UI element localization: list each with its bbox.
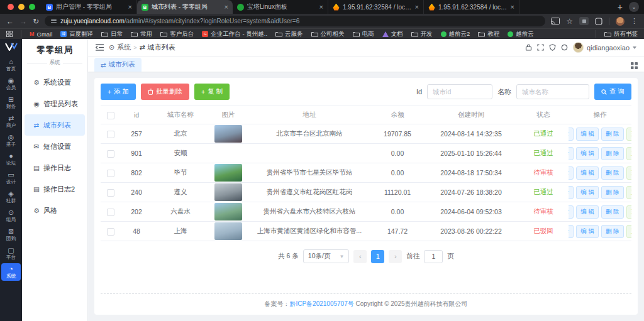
- edit-button[interactable]: 编 辑: [576, 166, 599, 180]
- rail-item-社群[interactable]: ◈社群: [1, 188, 21, 205]
- page-size-select[interactable]: 10条/页▼: [303, 249, 350, 263]
- chrome-menu-icon[interactable]: ⋮: [631, 17, 638, 25]
- tab-close-icon[interactable]: ×: [511, 3, 514, 11]
- delete-button[interactable]: 删 除: [601, 205, 624, 219]
- bookmark-item[interactable]: 译百度翻译: [60, 30, 93, 38]
- apps-grid-icon[interactable]: [6, 31, 13, 37]
- rail-item-会员[interactable]: ◉会员: [1, 75, 21, 92]
- login-button[interactable]: 登 录: [569, 147, 574, 160]
- copy-button[interactable]: +复 制: [194, 84, 230, 100]
- tab-search-icon[interactable]: ⌄: [629, 2, 639, 12]
- goto-page-input[interactable]: [424, 250, 443, 263]
- delete-button[interactable]: 删 除: [601, 186, 624, 199]
- tab-close-icon[interactable]: ×: [415, 3, 419, 11]
- row-checkbox[interactable]: [107, 131, 114, 138]
- row-checkbox[interactable]: [107, 228, 114, 236]
- recharge-button[interactable]: 充 值: [626, 225, 631, 238]
- browser-tab[interactable]: B城市列表 - 零零组局×: [137, 0, 233, 14]
- prev-page-button[interactable]: ‹: [353, 250, 367, 263]
- search-button[interactable]: 查 询: [594, 84, 631, 100]
- sidebar-item-管理员列表[interactable]: ◉管理员列表: [25, 93, 85, 114]
- shield-icon[interactable]: [549, 44, 556, 51]
- edit-button[interactable]: 编 辑: [576, 186, 599, 199]
- rail-item-财务[interactable]: ⊞财务: [1, 94, 21, 111]
- user-menu[interactable]: qidiangaoxiao: [573, 42, 636, 53]
- address-bar[interactable]: zuju.yueqiancloud.com/admin/#/systeam/ci…: [45, 16, 545, 26]
- login-button[interactable]: 登 录: [569, 225, 574, 238]
- rail-item-搭子[interactable]: ◎搭子: [1, 131, 21, 149]
- row-checkbox[interactable]: [107, 189, 114, 197]
- page-number-1[interactable]: 1: [371, 250, 384, 263]
- delete-button[interactable]: 删 除: [601, 128, 624, 141]
- delete-button[interactable]: 删 除: [601, 225, 624, 238]
- tab-city-list[interactable]: ⇄ 城市列表: [94, 58, 142, 72]
- browser-tab[interactable]: 宝塔Linux面板×: [233, 0, 328, 14]
- bookmark-item[interactable]: 日常: [101, 30, 123, 38]
- sidebar-item-操作日志2[interactable]: ▤操作日志2: [25, 178, 85, 200]
- login-button[interactable]: 登 录: [569, 166, 574, 180]
- bookmark-star-icon[interactable]: ☆: [566, 18, 573, 25]
- recharge-button[interactable]: 充 值: [626, 128, 631, 141]
- tab-close-icon[interactable]: ×: [225, 3, 228, 11]
- fullscreen-icon[interactable]: [537, 44, 544, 51]
- tab-close-icon[interactable]: ×: [128, 3, 132, 11]
- window-zoom-button[interactable]: [29, 4, 35, 10]
- icp-link[interactable]: 黔ICP备2021005707号: [289, 300, 353, 307]
- new-tab-button[interactable]: +: [611, 2, 629, 12]
- select-all-checkbox[interactable]: [107, 112, 114, 119]
- rail-item-系统[interactable]: ◔系统: [1, 263, 21, 281]
- sidebar-item-城市列表[interactable]: ⇄城市列表: [25, 114, 85, 136]
- login-button[interactable]: 登 录: [569, 186, 574, 199]
- rail-item-论坛[interactable]: ●论坛: [1, 150, 21, 168]
- delete-button[interactable]: 删 除: [601, 166, 624, 180]
- sidebar-item-短信设置[interactable]: ✉短信设置: [25, 136, 85, 157]
- next-page-button[interactable]: ›: [389, 250, 402, 263]
- bookmark-item[interactable]: 常用: [131, 30, 152, 38]
- rail-item-设计[interactable]: ▭设计: [1, 169, 21, 187]
- add-button[interactable]: +添 加: [101, 84, 136, 100]
- rail-item-商户[interactable]: ⇄商户: [1, 112, 21, 130]
- bookmark-item[interactable]: 云服务: [275, 30, 303, 38]
- login-button[interactable]: 登 录: [569, 128, 574, 141]
- forward-icon[interactable]: →: [19, 18, 27, 25]
- row-checkbox[interactable]: [107, 170, 114, 177]
- delete-button[interactable]: 删 除: [601, 147, 624, 160]
- browser-tab[interactable]: 1.95.91.62:32584 / localhost×: [328, 0, 424, 14]
- window-close-button[interactable]: [8, 4, 14, 10]
- browser-tab[interactable]: B用户管理 - 零零组局×: [42, 0, 137, 14]
- search-name-input[interactable]: [516, 84, 589, 99]
- app-logo[interactable]: [0, 43, 22, 51]
- lock-icon[interactable]: [525, 44, 532, 51]
- reload-icon[interactable]: ↻: [33, 18, 39, 25]
- sidebar-fold-icon[interactable]: [96, 44, 104, 51]
- tab-options-grid-icon[interactable]: [631, 62, 638, 69]
- search-id-input[interactable]: [427, 84, 492, 99]
- cast-icon[interactable]: [551, 18, 560, 24]
- bookmark-item[interactable]: 电商: [353, 30, 374, 38]
- row-checkbox[interactable]: [107, 209, 114, 216]
- tab-close-icon[interactable]: ×: [319, 3, 323, 11]
- bookmark-item[interactable]: 公司相关: [311, 30, 345, 38]
- edit-button[interactable]: 编 辑: [576, 147, 599, 160]
- rail-item-平台[interactable]: ▢平台: [1, 244, 21, 262]
- bookmark-item[interactable]: 开发: [411, 30, 433, 38]
- bookmark-item[interactable]: 客户后台: [160, 30, 194, 38]
- edit-button[interactable]: 编 辑: [576, 128, 599, 141]
- login-button[interactable]: 登 录: [569, 205, 574, 219]
- all-bookmarks-button[interactable]: 所有书签: [604, 30, 638, 38]
- bookmark-item[interactable]: 越前云: [508, 30, 534, 38]
- rail-item-团购[interactable]: ⊠团购: [1, 226, 21, 243]
- sidebar-item-系统设置[interactable]: ⚙系统设置: [25, 72, 85, 93]
- recharge-button[interactable]: 充 值: [626, 205, 631, 219]
- recharge-button[interactable]: 充 值: [626, 147, 631, 160]
- sidebar-item-操作日志[interactable]: ▤操作日志: [25, 157, 85, 178]
- bookmark-item[interactable]: G企业工作台 - 贵州越..: [202, 30, 267, 38]
- window-minimize-button[interactable]: [18, 4, 25, 10]
- rail-item-组局[interactable]: ⊙组局: [1, 207, 21, 224]
- recharge-button[interactable]: 充 值: [626, 166, 631, 180]
- bookmark-item[interactable]: MGmail: [30, 31, 52, 38]
- bookmark-item[interactable]: 越前云2: [441, 30, 470, 38]
- profile-avatar[interactable]: [616, 17, 625, 26]
- breadcrumb-root[interactable]: 系统: [117, 43, 131, 52]
- bookmark-item[interactable]: 教程: [478, 30, 499, 38]
